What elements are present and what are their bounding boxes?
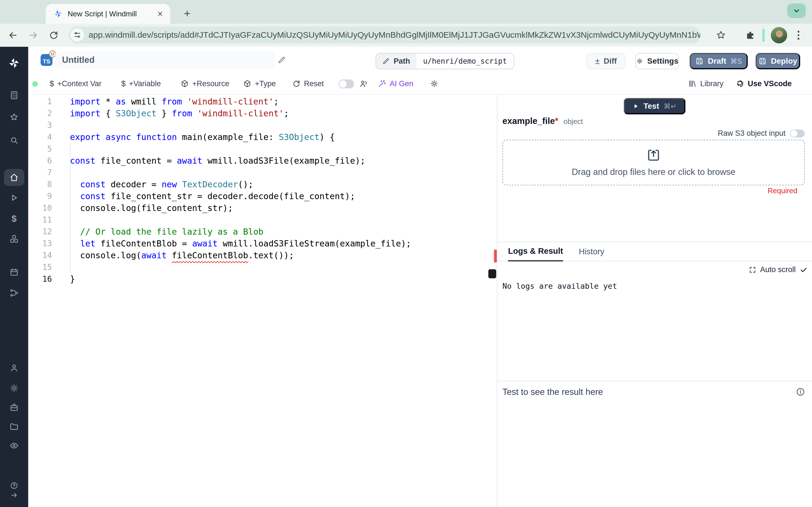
- tab-search-button[interactable]: [787, 3, 806, 18]
- add-context-var-button[interactable]: $ +Context Var: [50, 73, 101, 94]
- ai-gen-button[interactable]: AI Gen: [378, 73, 413, 94]
- reload-button[interactable]: [46, 28, 61, 43]
- reset-label: Reset: [304, 79, 324, 88]
- settings-gear-icon[interactable]: [9, 383, 19, 393]
- multiplayer-toggle[interactable]: [338, 79, 354, 89]
- code-line[interactable]: 16}: [28, 273, 497, 285]
- site-settings-icon[interactable]: [70, 28, 84, 42]
- app-sidebar: $: [0, 47, 28, 507]
- test-button[interactable]: Test ⌘↵: [624, 98, 686, 114]
- browser-tab-strip: New Script | Windmill: [0, 0, 812, 24]
- code-line[interactable]: 6const file_content = await wmill.loadS3…: [28, 155, 497, 167]
- tab-history[interactable]: History: [579, 247, 604, 261]
- toggle-off[interactable]: [338, 79, 354, 89]
- browser-menu-icon[interactable]: [793, 29, 804, 41]
- add-type-button[interactable]: +Type: [243, 73, 276, 94]
- code-line[interactable]: 13 let fileContentBlob = await wmill.loa…: [28, 238, 497, 249]
- sidebar-item-home[interactable]: [4, 169, 24, 186]
- collapse-sidebar-icon[interactable]: [10, 491, 18, 499]
- browser-tab[interactable]: New Script | Windmill: [46, 4, 170, 24]
- draft-label: Draft: [708, 57, 726, 66]
- code-text: let fileContentBlob = await wmill.loadS3…: [52, 238, 411, 249]
- code-line[interactable]: 7: [28, 167, 497, 179]
- schedules-calendar-icon[interactable]: [9, 267, 19, 277]
- code-line[interactable]: 10 console.log(file_content_str);: [28, 202, 497, 214]
- reset-button[interactable]: Reset: [292, 73, 324, 94]
- edit-title-pencil-icon[interactable]: [277, 56, 286, 64]
- search-icon[interactable]: [9, 135, 19, 145]
- code-line[interactable]: 3: [28, 119, 497, 131]
- add-variable-button[interactable]: $ +Variable: [121, 73, 161, 94]
- diff-button[interactable]: ± Diff: [587, 53, 625, 69]
- code-line[interactable]: 4export async function main(example_file…: [28, 131, 497, 143]
- new-tab-button[interactable]: [179, 6, 195, 21]
- panel-resize-handle[interactable]: [494, 249, 497, 263]
- code-line[interactable]: 15: [28, 262, 497, 273]
- save-draft-button[interactable]: Draft ⌘S: [690, 53, 748, 69]
- code-line[interactable]: 12 // Or load the file lazily as a Blob: [28, 226, 497, 238]
- routes-icon[interactable]: [9, 288, 19, 298]
- code-line[interactable]: 5: [28, 143, 497, 155]
- bookmark-star-icon[interactable]: [716, 30, 726, 41]
- code-text: [52, 143, 70, 155]
- script-title-input[interactable]: [55, 51, 274, 69]
- code-line[interactable]: 11: [28, 214, 497, 226]
- folders-icon[interactable]: [9, 421, 19, 431]
- add-resource-button[interactable]: +Resource: [181, 73, 229, 94]
- help-icon[interactable]: [10, 482, 18, 490]
- presence-users-icon[interactable]: [359, 73, 369, 94]
- pencil-icon: [382, 57, 390, 65]
- panel-resize-grip[interactable]: [488, 269, 496, 278]
- path-pill[interactable]: Path u/henri/demo_script: [375, 53, 514, 69]
- windmill-logo-icon[interactable]: [8, 57, 20, 69]
- forward-button[interactable]: [26, 28, 41, 43]
- code-editor[interactable]: 1import * as wmill from 'windmill-client…: [28, 95, 497, 507]
- line-number: 16: [28, 273, 52, 285]
- editor-settings-gear-icon[interactable]: [430, 73, 439, 94]
- code-line[interactable]: 1import * as wmill from 'windmill-client…: [28, 96, 497, 108]
- path-value[interactable]: u/henri/demo_script: [416, 54, 514, 69]
- resources-boxes-icon[interactable]: [9, 234, 19, 244]
- extensions-puzzle-icon[interactable]: [745, 30, 756, 41]
- magic-wand-icon: [378, 79, 386, 88]
- windmill-app: $: [0, 47, 812, 507]
- tab-logs-result[interactable]: Logs & Result: [508, 246, 563, 262]
- use-vscode-label: Use VScode: [748, 79, 792, 88]
- runs-play-icon[interactable]: [9, 193, 19, 203]
- info-icon[interactable]: [796, 387, 805, 397]
- use-vscode-button[interactable]: Use VScode: [735, 73, 792, 94]
- line-number: 8: [28, 179, 52, 190]
- lang-badge-label: TS: [43, 58, 50, 65]
- line-number: 7: [28, 167, 52, 179]
- deploy-label: Deploy: [771, 57, 797, 66]
- package-icon: [243, 79, 252, 88]
- required-badge: Required: [767, 186, 797, 195]
- profile-avatar[interactable]: [771, 27, 787, 43]
- audit-eye-icon[interactable]: [9, 441, 19, 450]
- settings-button[interactable]: Settings: [636, 53, 679, 69]
- code-line[interactable]: 9 const file_content_str = decoder.decod…: [28, 190, 497, 202]
- back-button[interactable]: [6, 28, 20, 43]
- result-section: Test to see the result here: [497, 381, 812, 507]
- auto-scroll-control[interactable]: Auto scroll: [749, 265, 808, 274]
- raw-s3-toggle[interactable]: [790, 129, 805, 137]
- line-number: 10: [28, 202, 52, 214]
- tab-close-icon[interactable]: [156, 9, 165, 18]
- editor-toolbar: $ +Context Var $ +Variable +Resource +Ty…: [28, 73, 812, 95]
- line-number: 1: [28, 96, 52, 108]
- favorites-star-icon[interactable]: [9, 112, 19, 122]
- code-line[interactable]: 8 const decoder = new TextDecoder();: [28, 179, 497, 190]
- workspace-icon[interactable]: [9, 91, 19, 100]
- expand-icon: [749, 266, 756, 274]
- address-bar[interactable]: app.windmill.dev/scripts/add#JTdCJTIyaGF…: [69, 26, 700, 43]
- deploy-button[interactable]: Deploy: [756, 53, 800, 69]
- code-line[interactable]: 2import { S3Object } from 'windmill-clie…: [28, 108, 497, 119]
- code-line[interactable]: 14 console.log(await fileContentBlob.tex…: [28, 249, 497, 262]
- path-label-segment[interactable]: Path: [376, 54, 416, 69]
- user-icon[interactable]: [9, 363, 19, 373]
- library-button[interactable]: Library: [688, 73, 723, 94]
- workers-briefcase-icon[interactable]: [9, 402, 19, 412]
- file-dropzone[interactable]: Drag and drop files here or click to bro…: [502, 140, 805, 185]
- github-icon: [735, 79, 744, 88]
- variables-dollar-icon[interactable]: $: [11, 214, 17, 224]
